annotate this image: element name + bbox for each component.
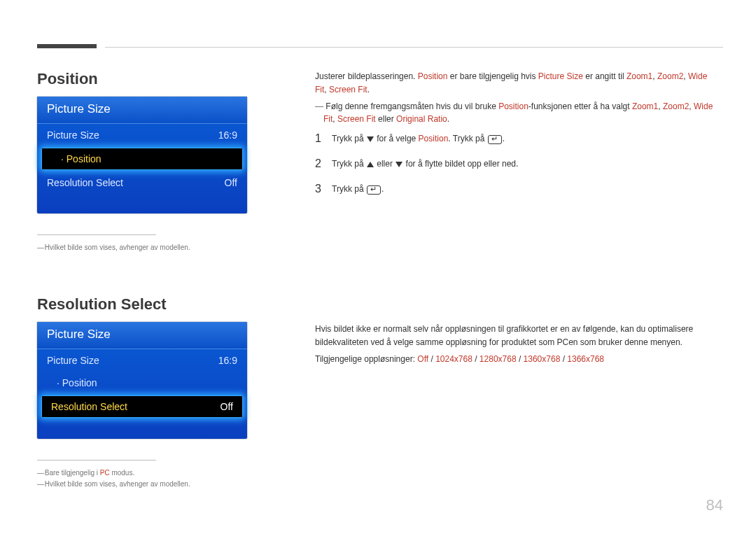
menu-item-label: Position — [51, 153, 102, 164]
step-number: 2 — [315, 157, 332, 170]
footnote-text: Bare tilgjengelig i PC modus. — [37, 468, 261, 479]
menu-item-value: Off — [220, 401, 233, 412]
resolution-paragraph: Hvis bildet ikke er normalt selv når opp… — [315, 323, 721, 349]
menu-item-value: Off — [225, 177, 237, 188]
section-resolution-select: Resolution Select Picture Size Picture S… — [37, 295, 261, 490]
menu-item-value: 16:9 — [218, 129, 237, 141]
menu-item-position[interactable]: Position — [41, 148, 243, 170]
steps-list: 1 Trykk på for å velge Position. Trykk p… — [315, 132, 721, 195]
chapter-tab — [37, 44, 97, 48]
menu-item-label: Resolution Select — [47, 177, 123, 188]
menu-item-position[interactable]: Position — [37, 372, 247, 394]
menu-item-value: 16:9 — [218, 355, 237, 366]
footnote-text: Hvilket bilde som vises, avhenger av mod… — [37, 242, 261, 253]
menu-item-resolution-select[interactable]: Resolution Select Off — [37, 171, 247, 194]
menu-item-label: Position — [47, 377, 97, 388]
menu-card-2: Picture Size Picture Size 16:9 Position … — [37, 322, 247, 439]
step-1: 1 Trykk på for å velge Position. Trykk p… — [315, 132, 721, 145]
up-arrow-icon — [367, 162, 374, 167]
menu-item-picture-size[interactable]: Picture Size 16:9 — [37, 124, 247, 146]
down-arrow-icon — [367, 136, 374, 142]
section-title-position: Position — [37, 70, 261, 88]
step-2: 2 Trykk på eller for å flytte bildet opp… — [315, 157, 721, 170]
step-3: 3 Trykk på . — [315, 183, 721, 195]
footnote-rule — [37, 234, 156, 235]
menu-item-label: Resolution Select — [51, 401, 127, 412]
step-number: 1 — [315, 132, 332, 145]
header-rule — [105, 47, 723, 48]
description-position: Justerer bildeplasseringen. Position er … — [315, 70, 721, 195]
section-position: Position Picture Size Picture Size 16:9 … — [37, 70, 261, 253]
menu-item-label: Picture Size — [47, 129, 99, 141]
note-paragraph: Følg denne fremgangsmåten hvis du vil br… — [315, 100, 721, 125]
menu-item-picture-size[interactable]: Picture Size 16:9 — [37, 349, 247, 372]
menu-header: Picture Size — [37, 97, 247, 124]
menu-header: Picture Size — [37, 322, 247, 349]
step-number: 3 — [315, 183, 332, 195]
menu-item-resolution-select[interactable]: Resolution Select Off — [41, 395, 243, 418]
page-number: 84 — [706, 496, 723, 514]
footnote-rule — [37, 460, 156, 461]
description-resolution-select: Hvis bildet ikke er normalt selv når opp… — [315, 323, 721, 366]
enter-icon — [367, 185, 381, 195]
down-arrow-icon — [396, 162, 402, 167]
footnote-text: Hvilket bilde som vises, avhenger av mod… — [37, 479, 261, 490]
available-resolutions: Tilgjengelige oppløsninger: Off / 1024x7… — [315, 353, 721, 366]
enter-icon — [488, 135, 502, 144]
menu-item-label: Picture Size — [47, 355, 99, 366]
menu-card-1: Picture Size Picture Size 16:9 Position … — [37, 97, 247, 213]
intro-paragraph: Justerer bildeplasseringen. Position er … — [315, 70, 721, 96]
section-title-resolution: Resolution Select — [37, 295, 261, 314]
